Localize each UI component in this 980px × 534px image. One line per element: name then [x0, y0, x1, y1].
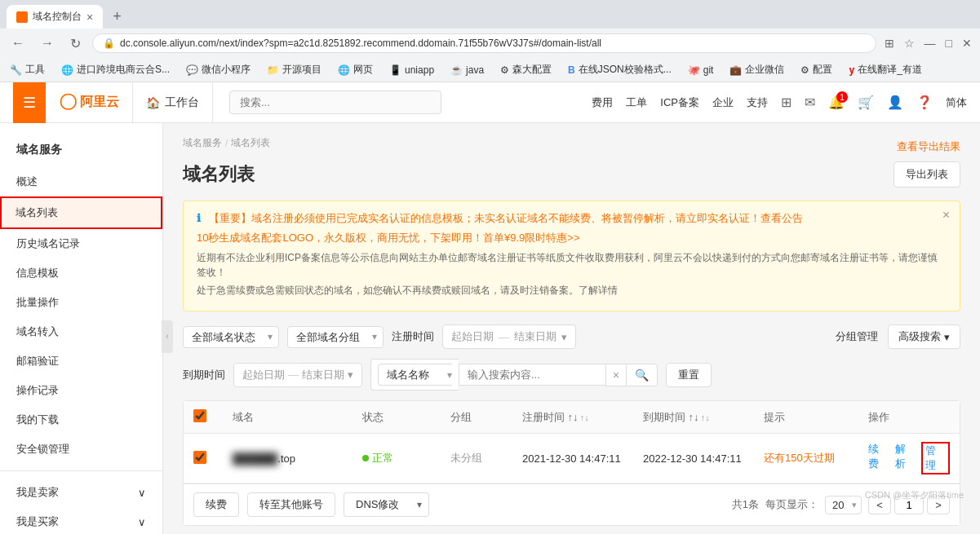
row-checkbox[interactable]	[193, 451, 206, 464]
status-filter[interactable]: 全部域名状态	[183, 326, 279, 348]
sidebar-item-transfer[interactable]: 域名转入	[0, 317, 162, 346]
sidebar-item-template[interactable]: 信息模板	[0, 258, 162, 288]
forward-button[interactable]: →	[36, 34, 59, 52]
sidebar-item-operation-log[interactable]: 操作记录	[0, 376, 162, 405]
nav-icp[interactable]: ICP备案	[660, 95, 699, 110]
bookmark-opensource[interactable]: 📁 开源项目	[264, 61, 325, 78]
bookmark-java[interactable]: ☕ java	[447, 63, 487, 77]
sidebar-item-seller[interactable]: 我是卖家 ∨	[0, 478, 162, 507]
domain-search-input[interactable]	[459, 364, 605, 386]
select-all-checkbox[interactable]	[193, 409, 206, 422]
address-bar[interactable]: 🔒 dc.console.aliyun.com/next/index?spm=a…	[92, 33, 876, 53]
bookmark-wechat[interactable]: 💬 微信小程序	[183, 61, 254, 78]
grid-icon[interactable]: ⊞	[781, 95, 792, 110]
group-manage-button[interactable]: 分组管理	[836, 329, 878, 344]
extensions-button[interactable]: ⊞	[883, 35, 896, 51]
nav-support[interactable]: 支持	[747, 95, 768, 110]
bookmark-ecommerce[interactable]: 🌐 进口跨境电商云合S...	[58, 61, 173, 78]
browser-chrome: 域名控制台 × + ← → ↻ 🔒 dc.console.aliyun.com/…	[0, 0, 980, 82]
domain-search-submit-button[interactable]: 🔍	[626, 364, 658, 386]
mail-icon[interactable]: ✉	[805, 95, 815, 110]
sidebar-item-domain-list[interactable]: 域名列表	[0, 196, 162, 229]
breadcrumb-domain-service[interactable]: 域名服务	[183, 136, 222, 150]
bookmark-config[interactable]: ⚙ 配置	[797, 61, 836, 78]
row-group: 未分组	[450, 451, 516, 466]
notice-promo[interactable]: 10秒生成域名配套LOGO，永久版权，商用无忧，下架即用！首单¥9.9限时特惠>…	[197, 231, 947, 245]
bookmark-webpage[interactable]: 🌐 网页	[335, 61, 376, 78]
bookmark-enterprise-wechat[interactable]: 💼 企业微信	[726, 61, 787, 78]
language-selector[interactable]: 简体	[946, 95, 967, 110]
reg-time-sort-icon[interactable]: ↑↓	[580, 413, 589, 422]
workbench-nav[interactable]: 🏠 工作台	[133, 82, 213, 122]
active-tab[interactable]: 域名控制台 ×	[7, 5, 103, 29]
bookmark-youdao[interactable]: y 在线翻译_有道	[845, 61, 925, 78]
row-action-dns[interactable]: 解析	[895, 442, 916, 474]
row-action-manage[interactable]: 管理	[921, 442, 950, 474]
dns-modify-button[interactable]: DNS修改	[344, 492, 410, 517]
advanced-search-button[interactable]: 高级搜索 ▾	[888, 324, 960, 349]
back-button[interactable]: ←	[7, 34, 29, 52]
bell-icon[interactable]: 🔔1	[828, 95, 845, 110]
sidebar-item-batch[interactable]: 批量操作	[0, 288, 162, 317]
expire-date-range[interactable]: 起始日期 — 结束日期 ▾	[233, 363, 362, 387]
nav-enterprise[interactable]: 企业	[712, 95, 734, 110]
row-status: 正常	[362, 451, 444, 466]
expire-start: 起始日期	[242, 368, 285, 382]
security-lock-label: 安全锁管理	[16, 442, 69, 457]
header-reg-time[interactable]: 注册时间 ↑↓ ↑↓	[522, 410, 636, 425]
sidebar-item-overview[interactable]: 概述	[0, 167, 162, 196]
page-size-select[interactable]: 20	[825, 496, 862, 514]
notice-close-button[interactable]: ×	[942, 208, 950, 223]
bookmark-senda[interactable]: ⚙ 森大配置	[497, 61, 555, 78]
row-reg-time: 2021-12-30 14:47:11	[522, 452, 636, 465]
bookmark-button[interactable]: ☆	[902, 35, 916, 51]
close-button[interactable]: ✕	[960, 35, 973, 51]
sidebar-item-security-lock[interactable]: 安全锁管理	[0, 435, 162, 464]
domain-list-label: 域名列表	[16, 205, 58, 220]
buyer-arrow: ∨	[138, 516, 146, 528]
nav-fees[interactable]: 费用	[592, 95, 613, 110]
batch-renew-button[interactable]: 续费	[193, 492, 239, 517]
export-button[interactable]: 导出列表	[894, 161, 960, 188]
header-group: 分组	[450, 410, 516, 425]
nav-tickets[interactable]: 工单	[626, 95, 647, 110]
logo[interactable]: 〇 阿里云	[46, 82, 133, 122]
date-range-filter[interactable]: 起始日期 — 结束日期 ▾	[442, 324, 576, 349]
sidebar-item-downloads[interactable]: 我的下载	[0, 405, 162, 435]
batch-transfer-button[interactable]: 转至其他账号	[247, 492, 335, 517]
bookmark-uniapp[interactable]: 📱 uniapp	[386, 63, 437, 77]
date-filter-label: 注册时间	[392, 329, 434, 344]
hamburger-menu[interactable]: ☰	[13, 82, 46, 123]
status-filter-wrap: 全部域名状态	[183, 326, 279, 348]
refresh-button[interactable]: ↻	[65, 34, 86, 53]
group-filter[interactable]: 全部域名分组	[287, 326, 384, 348]
minimize-button[interactable]: —	[923, 35, 938, 51]
reset-filter-button[interactable]: 重置	[666, 363, 712, 387]
app-header: ☰ 〇 阿里云 🏠 工作台 费用 工单 ICP备案 企业 支持 ⊞ ✉ 🔔1 🛒…	[0, 82, 980, 123]
opensource-icon: 📁	[267, 64, 279, 76]
sidebar-item-history[interactable]: 历史域名记录	[0, 229, 162, 258]
sidebar-collapse-button[interactable]: ‹	[162, 320, 173, 353]
bookmark-json[interactable]: B 在线JSON校验格式...	[565, 61, 675, 78]
header-exp-time[interactable]: 到期时间 ↑↓ ↑↓	[643, 410, 757, 425]
maximize-button[interactable]: □	[944, 35, 954, 51]
question-icon[interactable]: ❓	[916, 95, 933, 110]
domain-search-type[interactable]: 域名名称	[378, 364, 452, 386]
home-icon: 🏠	[146, 96, 160, 109]
domain-search-clear-button[interactable]: ×	[605, 364, 626, 386]
cart-icon[interactable]: 🛒	[858, 95, 874, 110]
sidebar-item-buyer[interactable]: 我是买家 ∨	[0, 507, 162, 534]
export-result-link[interactable]: 查看导出结果	[897, 139, 960, 154]
bookmark-git[interactable]: 🐙 git	[685, 63, 717, 77]
sidebar-item-email[interactable]: 邮箱验证	[0, 346, 162, 376]
bookmark-tools[interactable]: 🔧 工具	[7, 61, 48, 78]
dns-modify-arrow[interactable]: ▾	[410, 492, 429, 517]
exp-time-sort-icon[interactable]: ↑↓	[701, 413, 710, 422]
search-input[interactable]	[229, 90, 441, 114]
new-tab-button[interactable]: +	[106, 5, 128, 29]
user-icon[interactable]: 👤	[887, 95, 903, 110]
transfer-label: 域名转入	[16, 324, 59, 339]
row-action-renew[interactable]: 续费	[868, 442, 889, 474]
tab-close-button[interactable]: ×	[86, 11, 93, 24]
domain-blurred-part: ██████	[233, 452, 277, 465]
